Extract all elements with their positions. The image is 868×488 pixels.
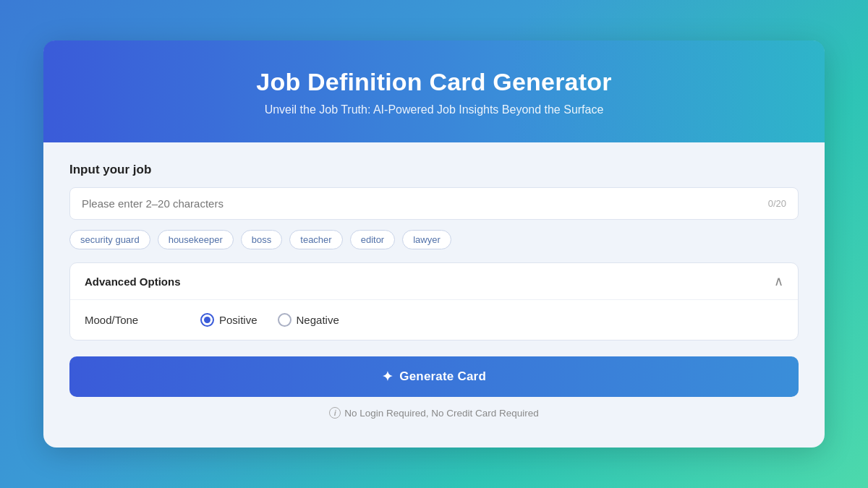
suggestion-tag[interactable]: housekeeper	[158, 230, 234, 249]
char-count: 0/20	[768, 198, 786, 209]
mood-tone-row: Mood/Tone PositiveNegative	[85, 313, 783, 327]
advanced-options-title: Advanced Options	[85, 275, 181, 288]
radio-checked-icon	[200, 313, 214, 327]
chevron-up-icon: ∧	[774, 275, 783, 288]
job-input[interactable]	[82, 188, 768, 219]
main-card: Job Definition Card Generator Unveil the…	[43, 40, 825, 448]
job-input-wrapper: 0/20	[69, 187, 799, 220]
suggestion-tag[interactable]: lawyer	[402, 230, 451, 249]
advanced-options-body: Mood/Tone PositiveNegative	[70, 300, 798, 340]
mood-radio-group: PositiveNegative	[200, 313, 339, 327]
advanced-options-toggle[interactable]: Advanced Options ∧	[70, 263, 798, 300]
suggestion-tags: security guardhousekeeperbossteacheredit…	[69, 230, 799, 249]
generate-card-button[interactable]: ✦ Generate Card	[69, 356, 799, 397]
mood-radio-option[interactable]: Positive	[200, 313, 258, 327]
suggestion-tag[interactable]: boss	[241, 230, 282, 249]
suggestion-tag[interactable]: security guard	[69, 230, 150, 249]
advanced-options-section: Advanced Options ∧ Mood/Tone PositiveNeg…	[69, 262, 799, 341]
input-section-label: Input your job	[69, 163, 799, 177]
footer-note-text: No Login Required, No Credit Card Requir…	[344, 408, 539, 419]
radio-unchecked-icon	[278, 313, 292, 327]
footer-note: i No Login Required, No Credit Card Requ…	[69, 407, 799, 419]
header-section: Job Definition Card Generator Unveil the…	[43, 40, 825, 142]
header-subtitle: Unveil the Job Truth: AI-Powered Job Ins…	[72, 103, 796, 116]
sparkle-icon: ✦	[382, 369, 393, 385]
suggestion-tag[interactable]: editor	[350, 230, 396, 249]
mood-option-label: Negative	[297, 314, 339, 326]
mood-option-label: Positive	[219, 314, 258, 326]
mood-tone-label: Mood/Tone	[85, 314, 200, 326]
suggestion-tag[interactable]: teacher	[289, 230, 342, 249]
info-icon: i	[329, 407, 341, 419]
generate-button-label: Generate Card	[399, 369, 486, 384]
body-section: Input your job 0/20 security guardhousek…	[43, 142, 825, 426]
header-title: Job Definition Card Generator	[72, 68, 796, 96]
mood-radio-option[interactable]: Negative	[278, 313, 339, 327]
